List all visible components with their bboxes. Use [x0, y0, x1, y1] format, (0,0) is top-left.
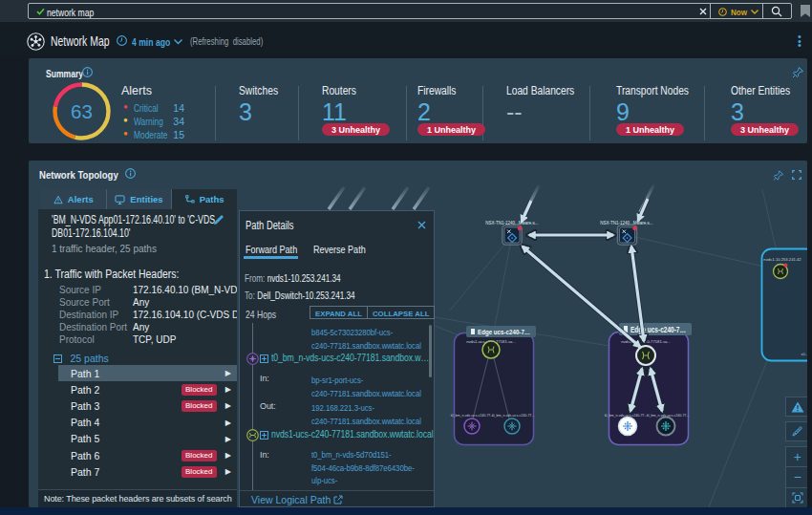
svg-text:nvds1-10.253.241.42: nvds1-10.253.241.42	[763, 257, 801, 262]
svg-text:Edge ucs-c240-7…: Edge ucs-c240-7…	[478, 328, 530, 336]
svg-text:63: 63	[71, 100, 93, 122]
svg-text:Edge ucs-c240-7…: Edge ucs-c240-7…	[630, 325, 686, 334]
svg-text:s0...: s0...	[801, 353, 807, 356]
svg-text:NSX-TN1-1240...Mware.s...: NSX-TN1-1240...Mware.s...	[485, 221, 538, 225]
svg-text:t0_bm_n-vds-ucs-c240-77...: t0_bm_n-vds-ucs-c240-77...	[451, 414, 494, 418]
svg-text:NSX-TN1-1240...Mware.s...: NSX-TN1-1240...Mware.s...	[600, 221, 652, 225]
svg-text:t0_bm_n-vds-ucs-c240-77...: t0_bm_n-vds-ucs-c240-77...	[492, 414, 535, 418]
